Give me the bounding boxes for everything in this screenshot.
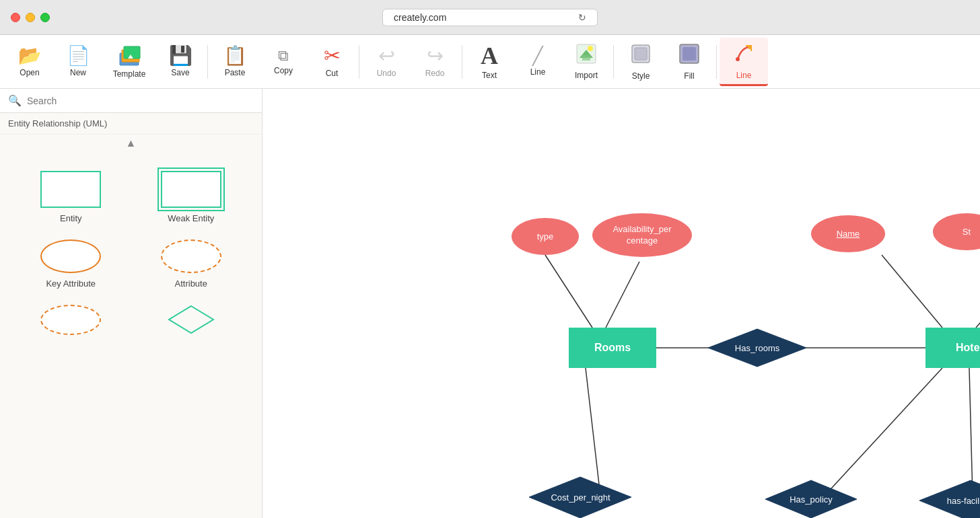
shape-weak-entity-item[interactable]: Weak Entity — [131, 163, 252, 231]
svg-point-7 — [588, 46, 593, 51]
diagram-svg — [262, 89, 980, 518]
line-active-button[interactable]: Line — [720, 38, 768, 86]
shapes-grid: Entity Weak Entity Key Attribute Attribu… — [0, 152, 262, 359]
weak-entity-shape — [161, 171, 221, 208]
url-bar[interactable]: creately.com ↻ — [382, 9, 598, 26]
svg-point-12 — [736, 57, 740, 61]
shape-derived-item[interactable] — [11, 297, 131, 348]
name-attribute[interactable]: Name — [811, 215, 885, 252]
relationship-shape — [168, 305, 215, 335]
entity-label: Entity — [60, 213, 82, 223]
svg-rect-6 — [582, 55, 590, 61]
open-label: Open — [20, 68, 39, 77]
save-button[interactable]: 💾 Save — [156, 38, 205, 86]
text-label: Text — [482, 71, 497, 80]
svg-line-18 — [545, 255, 592, 328]
template-button[interactable]: Template — [102, 38, 156, 86]
new-icon: 📄 — [67, 46, 90, 65]
paste-button[interactable]: 📋 Paste — [211, 38, 259, 86]
copy-label: Copy — [274, 66, 293, 75]
url-text: creately.com — [394, 12, 446, 23]
cut-button[interactable]: ✂ Cut — [308, 38, 356, 86]
line-active-label: Line — [736, 71, 752, 80]
line-button[interactable]: ╱ Line — [514, 38, 562, 86]
text-icon: A — [481, 44, 498, 68]
section-title: Entity Relationship (UML) — [0, 113, 262, 135]
undo-label: Undo — [377, 69, 396, 78]
key-attribute-shape — [40, 239, 101, 273]
close-button[interactable] — [11, 13, 20, 22]
fill-icon — [678, 42, 701, 69]
import-icon — [575, 43, 597, 68]
undo-icon: ↩ — [378, 46, 395, 66]
cost-per-night-attribute[interactable]: Cost_per_night — [528, 476, 633, 518]
svg-line-26 — [586, 368, 599, 484]
scroll-up-button[interactable]: ▲ — [0, 135, 262, 152]
section-title-text: Entity Relationship (UML) — [8, 118, 107, 128]
rooms-entity[interactable]: Rooms — [569, 328, 656, 368]
save-icon: 💾 — [169, 46, 193, 65]
line-label: Line — [530, 67, 546, 77]
divider-5 — [716, 45, 717, 79]
availability-attribute[interactable]: Availability_percentage — [592, 213, 692, 257]
refresh-icon[interactable]: ↻ — [578, 12, 586, 23]
has-policy-relationship[interactable]: Has_policy — [764, 479, 858, 518]
svg-rect-9 — [635, 48, 647, 60]
import-button[interactable]: Import — [562, 38, 610, 86]
fill-label: Fill — [684, 71, 694, 81]
shape-entity-item[interactable]: Entity — [11, 163, 131, 231]
line-icon: ╱ — [532, 47, 543, 65]
svg-line-19 — [606, 262, 639, 328]
entity-shape — [40, 171, 101, 208]
canvas[interactable]: type Availability_percentage Name Rating… — [262, 89, 980, 518]
open-icon: 📂 — [18, 46, 42, 65]
style-icon — [629, 42, 652, 69]
redo-icon: ↪ — [427, 46, 444, 66]
attribute-shape — [161, 239, 221, 273]
hotel-entity[interactable]: Hotel — [925, 328, 980, 368]
divider-3 — [462, 45, 462, 79]
cut-icon: ✂ — [324, 46, 341, 66]
new-button[interactable]: 📄 New — [54, 38, 102, 86]
style-label: Style — [632, 71, 650, 81]
toolbar: 📂 Open 📄 New Template 💾 Save 📋 Paste ⧉ C… — [0, 35, 980, 89]
copy-button[interactable]: ⧉ Copy — [259, 38, 308, 86]
redo-label: Redo — [425, 69, 445, 78]
main-area: 🔍 Entity Relationship (UML) ▲ Entity Wea… — [0, 89, 980, 518]
search-bar: 🔍 — [0, 89, 262, 113]
maximize-button[interactable] — [40, 13, 50, 22]
weak-entity-label: Weak Entity — [168, 213, 214, 223]
open-button[interactable]: 📂 Open — [5, 38, 54, 86]
style-button[interactable]: Style — [617, 38, 665, 86]
paste-icon: 📋 — [223, 46, 247, 65]
type-attribute[interactable]: type — [512, 218, 579, 255]
shape-attribute-item[interactable]: Attribute — [131, 231, 252, 297]
derived-attribute-shape — [40, 305, 101, 335]
svg-line-24 — [969, 368, 973, 496]
redo-button[interactable]: ↪ Redo — [411, 38, 459, 86]
svg-line-20 — [882, 255, 942, 328]
text-button[interactable]: A Text — [465, 38, 514, 86]
search-icon: 🔍 — [8, 94, 22, 107]
shape-key-attribute-item[interactable]: Key Attribute — [11, 231, 131, 297]
has-facilities-relationship[interactable]: has-facilities — [919, 479, 980, 518]
shape-relationship-item[interactable] — [131, 297, 252, 348]
sidebar: 🔍 Entity Relationship (UML) ▲ Entity Wea… — [0, 89, 262, 518]
divider-1 — [207, 45, 208, 79]
template-icon — [118, 45, 140, 67]
search-input[interactable] — [27, 96, 254, 106]
divider-4 — [613, 45, 614, 79]
template-label: Template — [113, 69, 146, 79]
save-label: Save — [171, 68, 189, 77]
line-active-icon — [732, 42, 755, 68]
paste-label: Paste — [225, 68, 246, 77]
traffic-lights — [11, 13, 50, 22]
undo-button[interactable]: ↩ Undo — [362, 38, 411, 86]
cut-label: Cut — [326, 69, 339, 78]
fill-button[interactable]: Fill — [665, 38, 713, 86]
attribute-label: Attribute — [175, 279, 207, 289]
has-rooms-relationship[interactable]: Has_rooms — [707, 328, 808, 368]
minimize-button[interactable] — [26, 13, 35, 22]
title-bar: creately.com ↻ — [0, 0, 980, 35]
svg-marker-14 — [169, 306, 213, 333]
